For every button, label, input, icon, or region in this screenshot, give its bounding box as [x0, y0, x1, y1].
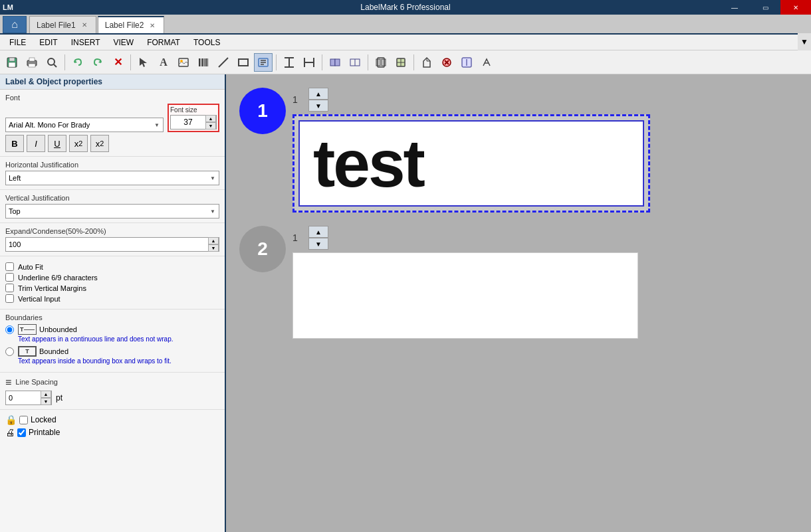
- autofit-row: Auto Fit: [5, 262, 219, 271]
- image-tool-button[interactable]: [174, 53, 193, 72]
- label-2-nav-up[interactable]: ▲: [308, 226, 328, 238]
- unbounded-desc: Text appears in a continuous line and do…: [18, 335, 174, 343]
- expand-arrows: ▲ ▼: [208, 237, 219, 252]
- tab2-label: Label File2: [105, 21, 144, 30]
- bottom-section: 🔒 Locked 🖨 Printable: [0, 410, 225, 442]
- tool-btn-14[interactable]: [477, 53, 496, 72]
- tab2-close-icon[interactable]: ✕: [148, 21, 157, 30]
- superscript-button[interactable]: x2: [69, 135, 88, 152]
- bounded-radio[interactable]: [5, 347, 14, 356]
- svg-marker-10: [140, 58, 147, 67]
- home-tab[interactable]: ⌂: [3, 16, 27, 33]
- menu-tools[interactable]: TOOLS: [187, 37, 227, 48]
- menu-view[interactable]: VIEW: [106, 37, 140, 48]
- vert-just-select[interactable]: Top Middle Bottom: [5, 204, 219, 219]
- tool-btn-9[interactable]: [372, 53, 390, 72]
- locked-checkbox[interactable]: [19, 416, 28, 424]
- menu-edit[interactable]: EDIT: [33, 37, 64, 48]
- select-tool-button[interactable]: [134, 53, 153, 72]
- rectangle-tool-button[interactable]: [234, 53, 253, 72]
- font-section: Font Arial Alt. Mono For Brady Arial Tim…: [0, 90, 225, 157]
- tool-btn-5[interactable]: [280, 53, 298, 72]
- svg-rect-2: [9, 62, 15, 67]
- line-spacing-down[interactable]: ▼: [41, 398, 51, 405]
- tool-btn-12[interactable]: [437, 53, 456, 72]
- maximize-button[interactable]: ▭: [750, 0, 780, 15]
- label-2-nav-arrows: ▲ ▼: [308, 226, 328, 250]
- expand-down[interactable]: ▼: [208, 244, 219, 252]
- line-spacing-up[interactable]: ▲: [41, 391, 51, 398]
- label-2-circle[interactable]: 2: [239, 226, 286, 272]
- line-tool-button[interactable]: [214, 53, 233, 72]
- bounded-icon: T: [18, 346, 37, 357]
- expand-up[interactable]: ▲: [208, 237, 219, 244]
- subscript-button[interactable]: x2: [90, 135, 109, 152]
- tab-label-file2[interactable]: Label File2 ✕: [98, 16, 165, 33]
- tab1-close-icon[interactable]: ✕: [80, 21, 89, 30]
- label-1-nav-arrows: ▲ ▼: [308, 88, 328, 112]
- font-size-down[interactable]: ▼: [205, 122, 216, 130]
- label-1-card[interactable]: test: [298, 120, 644, 207]
- label-1-nav-down[interactable]: ▼: [308, 100, 328, 112]
- printable-checkbox[interactable]: [17, 428, 26, 437]
- label-2-nav-down[interactable]: ▼: [308, 238, 328, 250]
- tab-overflow-button[interactable]: ▼: [798, 33, 811, 50]
- undo-button[interactable]: [68, 53, 87, 72]
- canvas-area[interactable]: 1 1 ▲ ▼ test: [226, 74, 811, 532]
- zoom-button[interactable]: [43, 53, 61, 72]
- toolbar-separator-6: [413, 54, 414, 70]
- menu-format[interactable]: FORMAT: [140, 37, 187, 48]
- horiz-just-select[interactable]: Left Center Right: [5, 171, 219, 185]
- italic-button[interactable]: I: [27, 135, 45, 152]
- tool-btn-7[interactable]: [326, 53, 344, 72]
- tool-btn-10[interactable]: [392, 53, 410, 72]
- underline69-label: Underline 6/9 characters: [18, 274, 98, 282]
- font-name-select[interactable]: Arial Alt. Mono For Brady Arial Times Ne…: [5, 118, 164, 132]
- label-1-text[interactable]: test: [313, 130, 423, 197]
- unbounded-radio[interactable]: [5, 325, 14, 334]
- autofit-checkbox[interactable]: [5, 262, 14, 271]
- font-size-up[interactable]: ▲: [205, 115, 216, 122]
- svg-rect-16: [204, 58, 205, 66]
- delete-button[interactable]: ✕: [108, 53, 127, 72]
- tool-btn-11[interactable]: [417, 53, 436, 72]
- menu-insert[interactable]: INSERT: [64, 37, 107, 48]
- label-1-nav-up[interactable]: ▲: [308, 88, 328, 100]
- label-1-circle[interactable]: 1: [239, 88, 286, 134]
- label-2-card[interactable]: [292, 252, 638, 339]
- text-tool-button[interactable]: A: [154, 53, 173, 72]
- vertinput-row: Vertical Input: [5, 294, 219, 303]
- close-button[interactable]: ✕: [780, 0, 811, 15]
- locked-label: Locked: [31, 415, 57, 424]
- expand-label: Expand/Condense(50%-200%): [5, 227, 219, 235]
- tab-label-file1[interactable]: Label File1 ✕: [29, 16, 96, 33]
- label-2-nav-num: 1: [292, 232, 306, 243]
- autofit-label: Auto Fit: [18, 263, 43, 271]
- toolbar-separator-3: [276, 54, 277, 70]
- tool-btn-6[interactable]: [300, 53, 318, 72]
- trimvert-checkbox[interactable]: [5, 284, 14, 292]
- vertinput-checkbox[interactable]: [5, 294, 14, 303]
- window-controls: — ▭ ✕: [719, 0, 811, 15]
- selected-text-button[interactable]: [254, 53, 273, 72]
- horiz-just-wrapper: Left Center Right: [5, 171, 219, 185]
- barcode-tool-button[interactable]: [194, 53, 213, 72]
- unbounded-option: T Unbounded Text appears in a continuous…: [5, 324, 219, 343]
- expand-value: 100: [6, 240, 208, 248]
- menu-bar: FILE EDIT INSERT VIEW FORMAT TOOLS: [0, 35, 811, 50]
- print-icon: 🖨: [5, 427, 15, 438]
- underline-button[interactable]: U: [48, 135, 66, 152]
- minimize-button[interactable]: —: [719, 0, 750, 15]
- save-button[interactable]: [3, 53, 21, 72]
- tool-btn-13[interactable]: [457, 53, 476, 72]
- redo-button[interactable]: [88, 53, 107, 72]
- trimvert-label: Trim Vertical Margins: [18, 284, 86, 292]
- label-2-number: 2: [257, 238, 268, 260]
- menu-file[interactable]: FILE: [3, 37, 33, 48]
- label-1-side: 1 ▲ ▼ test: [292, 88, 650, 213]
- print-button[interactable]: [23, 53, 41, 72]
- underline69-checkbox[interactable]: [5, 273, 14, 282]
- properties-panel: Label & Object properties Font Arial Alt…: [0, 74, 226, 532]
- tool-btn-8[interactable]: [346, 53, 364, 72]
- bold-button[interactable]: B: [5, 135, 24, 152]
